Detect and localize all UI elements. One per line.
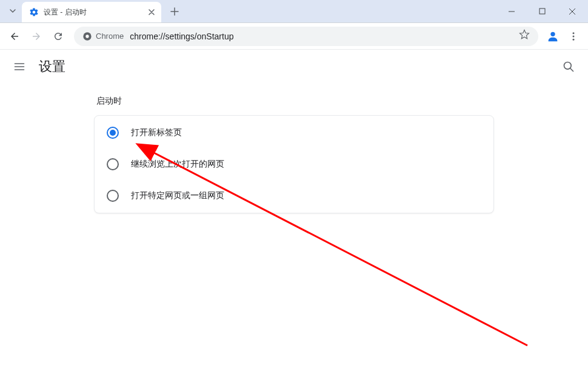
radio-indicator [107,158,119,170]
address-bar[interactable]: Chrome chrome://settings/onStartup [74,27,538,46]
tab-search-dropdown[interactable] [4,2,22,20]
close-tab-icon[interactable] [147,7,156,17]
close-window-button[interactable] [559,2,586,21]
settings-content: 启动时 打开新标签页 继续浏览上次打开的网页 打开特定网页或一组网页 [82,96,506,213]
svg-point-6 [573,38,575,40]
settings-gear-icon [29,7,39,17]
window-controls [498,0,588,22]
bookmark-star-icon[interactable] [519,29,530,43]
startup-options-card: 打开新标签页 继续浏览上次打开的网页 打开特定网页或一组网页 [94,115,494,213]
search-icon[interactable] [561,59,576,74]
radio-option-specific-pages[interactable]: 打开特定网页或一组网页 [95,180,493,212]
svg-point-5 [573,35,575,37]
chrome-icon [82,32,92,41]
profile-button[interactable] [544,28,561,45]
reload-button[interactable] [48,27,68,46]
radio-indicator [107,127,119,139]
radio-option-continue[interactable]: 继续浏览上次打开的网页 [95,148,493,180]
radio-option-new-tab[interactable]: 打开新标签页 [95,117,493,148]
tab-title: 设置 - 启动时 [44,7,142,18]
radio-label: 打开新标签页 [131,127,182,138]
forward-button[interactable] [27,27,46,46]
radio-label: 打开特定网页或一组网页 [131,190,224,201]
browser-toolbar: Chrome chrome://settings/onStartup [0,23,588,50]
maximize-button[interactable] [529,2,555,21]
hamburger-menu-icon[interactable] [12,59,27,74]
minimize-button[interactable] [498,2,525,21]
section-title: 启动时 [94,96,494,107]
settings-header: 设置 [0,50,588,84]
page-title: 设置 [39,58,65,76]
url-text: chrome://settings/onStartup [130,32,513,41]
back-button[interactable] [5,27,24,46]
svg-point-4 [573,32,575,34]
svg-point-2 [85,35,89,38]
tab-strip: 设置 - 启动时 [0,0,588,23]
radio-label: 继续浏览上次打开的网页 [131,159,224,170]
active-tab[interactable]: 设置 - 启动时 [22,2,161,22]
browser-menu-button[interactable] [564,27,583,46]
site-info-chip[interactable]: Chrome [82,32,124,41]
new-tab-button[interactable] [166,3,183,20]
svg-rect-0 [540,8,545,14]
radio-indicator [107,190,119,202]
svg-point-3 [550,32,555,36]
security-label: Chrome [96,32,124,41]
